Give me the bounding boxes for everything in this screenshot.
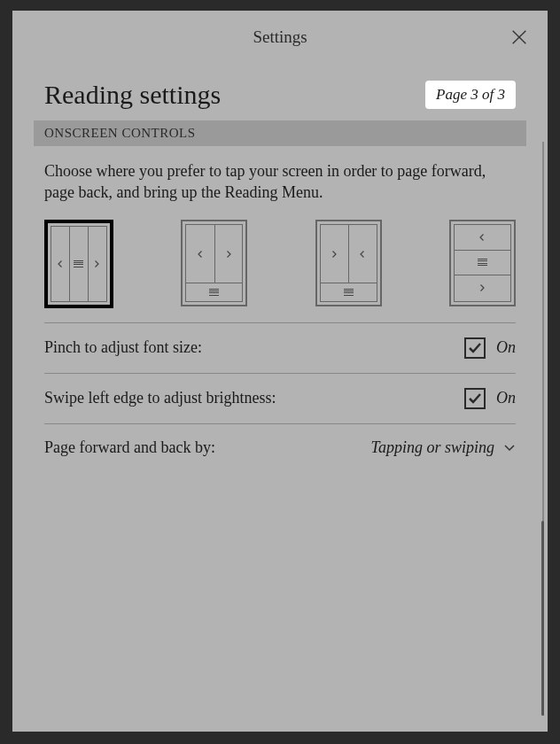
scrollbar[interactable] — [542, 142, 544, 716]
setting-pagenav-value: Tapping or swiping — [371, 438, 494, 457]
layout-option-2[interactable] — [181, 220, 247, 306]
setting-swipe-row: Swipe left edge to adjust brightness: On — [44, 374, 516, 424]
layout-option-4[interactable] — [449, 220, 516, 306]
menu-icon — [478, 259, 487, 266]
setting-pagenav-label: Page forward and back by: — [44, 438, 215, 457]
page-title: Reading settings — [44, 80, 221, 110]
title-row: Reading settings Page 3 of 3 — [44, 64, 516, 117]
chevron-right-icon — [92, 260, 101, 268]
chevron-left-icon — [358, 250, 367, 259]
setting-pinch-row: Pinch to adjust font size: On — [44, 323, 516, 374]
close-button[interactable] — [507, 25, 532, 50]
scroll-thumb[interactable] — [541, 521, 544, 716]
modal-title: Settings — [253, 27, 307, 47]
menu-icon — [74, 260, 83, 267]
layout-options-group — [44, 220, 516, 323]
page-indicator-badge: Page 3 of 3 — [425, 81, 516, 109]
chevron-left-icon — [478, 233, 486, 242]
layout-option-1[interactable] — [44, 220, 113, 308]
chevron-left-icon — [196, 250, 205, 259]
setting-pinch-label: Pinch to adjust font size: — [44, 338, 202, 357]
setting-pagenav-row: Page forward and back by: Tapping or swi… — [44, 424, 516, 471]
close-icon — [509, 27, 529, 47]
chevron-left-icon — [56, 260, 65, 268]
modal-content: Reading settings Page 3 of 3 ONSCREEN CO… — [12, 64, 548, 471]
chevron-right-icon — [330, 250, 338, 259]
section-header: ONSCREEN CONTROLS — [34, 120, 526, 146]
menu-icon — [344, 289, 354, 296]
setting-swipe-value: On — [496, 389, 516, 407]
setting-swipe-toggle[interactable]: On — [464, 388, 516, 409]
checkbox-checked-icon — [464, 388, 486, 409]
chevron-right-icon — [224, 250, 233, 259]
checkbox-checked-icon — [464, 337, 486, 359]
menu-icon — [209, 289, 219, 296]
setting-swipe-label: Swipe left edge to adjust brightness: — [44, 389, 276, 407]
modal-header: Settings — [12, 11, 548, 64]
setting-pinch-toggle[interactable]: On — [464, 337, 516, 359]
chevron-right-icon — [478, 283, 486, 292]
section-description: Choose where you prefer to tap your scre… — [44, 146, 516, 220]
setting-pinch-value: On — [496, 338, 516, 357]
settings-modal: Settings Reading settings Page 3 of 3 ON… — [12, 11, 548, 732]
chevron-down-icon — [503, 441, 516, 453]
layout-option-3[interactable] — [315, 220, 382, 306]
setting-pagenav-dropdown[interactable]: Tapping or swiping — [371, 438, 516, 457]
